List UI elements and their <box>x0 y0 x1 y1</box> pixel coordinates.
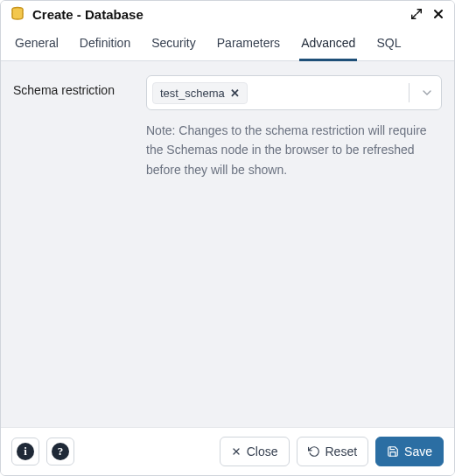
schema-restriction-row: Schema restriction test_schema ✕ Note: C… <box>13 75 442 179</box>
schema-restriction-note: Note: Changes to the schema restriction … <box>146 121 442 179</box>
reset-icon <box>308 445 320 458</box>
reset-button[interactable]: Reset <box>297 437 369 466</box>
database-icon <box>10 6 25 22</box>
save-icon <box>387 445 399 458</box>
save-button[interactable]: Save <box>375 437 444 466</box>
close-icon[interactable] <box>431 7 445 21</box>
tabs: General Definition Security Parameters A… <box>1 25 454 61</box>
save-button-label: Save <box>404 444 432 458</box>
schema-restriction-select[interactable]: test_schema ✕ <box>146 75 442 110</box>
select-divider <box>409 83 410 102</box>
schema-restriction-field-col: test_schema ✕ Note: Changes to the schem… <box>146 75 442 179</box>
chevron-down-icon[interactable] <box>420 76 434 109</box>
info-icon: i <box>17 443 34 460</box>
help-button[interactable]: ? <box>46 438 74 466</box>
schema-chip: test_schema ✕ <box>152 82 248 104</box>
create-database-dialog: Create - Database General Definition Sec… <box>0 0 455 476</box>
schema-chip-label: test_schema <box>160 87 225 100</box>
close-button-label: Close <box>247 444 278 458</box>
tab-sql[interactable]: SQL <box>374 29 402 61</box>
tab-general[interactable]: General <box>13 29 60 61</box>
tab-parameters[interactable]: Parameters <box>215 29 282 61</box>
schema-chip-remove-icon[interactable]: ✕ <box>230 87 240 100</box>
titlebar-left: Create - Database <box>10 6 144 22</box>
schema-restriction-label: Schema restriction <box>13 75 136 99</box>
footer: i ? Close Reset <box>1 427 454 475</box>
help-icon: ? <box>52 443 69 460</box>
tab-definition[interactable]: Definition <box>78 29 132 61</box>
tab-security[interactable]: Security <box>150 29 198 61</box>
advanced-panel: Schema restriction test_schema ✕ Note: C… <box>1 61 454 427</box>
titlebar-right <box>410 7 445 21</box>
reset-button-label: Reset <box>326 444 358 458</box>
info-button[interactable]: i <box>11 438 39 466</box>
close-button[interactable]: Close <box>220 437 290 466</box>
close-x-icon <box>231 446 242 457</box>
titlebar: Create - Database <box>1 1 454 25</box>
expand-icon[interactable] <box>410 8 423 20</box>
dialog-title: Create - Database <box>32 7 144 22</box>
tab-advanced[interactable]: Advanced <box>299 29 357 61</box>
